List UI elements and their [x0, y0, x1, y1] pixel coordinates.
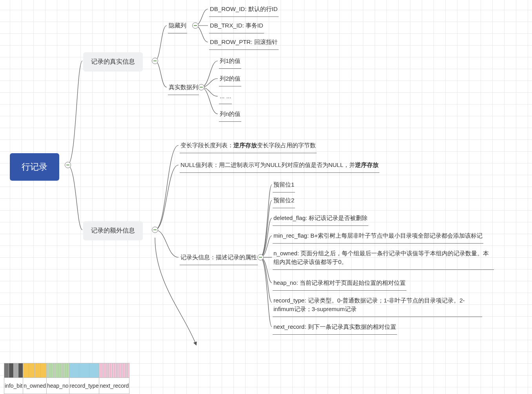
- bit-cell: [18, 363, 23, 378]
- toggle-icon[interactable]: [152, 227, 158, 233]
- leaf: ... ...: [219, 90, 232, 104]
- leaf: min_rec_flag: B+索引树上每层非叶子节点中最小目录项全部记录都会添…: [273, 229, 483, 244]
- leaf: DB_ROW_ID: 默认的行ID: [209, 2, 279, 17]
- node-real-info[interactable]: 记录的真实信息: [83, 52, 143, 71]
- bit-cell: [35, 363, 41, 378]
- node-record-header[interactable]: 记录头信息：描述记录的属性: [180, 251, 258, 265]
- bit-cell: [14, 363, 18, 378]
- bit-cell: [29, 363, 35, 378]
- node-extra-info[interactable]: 记录的额外信息: [83, 221, 143, 240]
- node-data-cols[interactable]: 真实数据列: [168, 81, 199, 95]
- bit-cell: [4, 363, 9, 378]
- leaf: 预留位1: [273, 178, 295, 192]
- label-next-record: next_record: [99, 378, 129, 394]
- toggle-icon[interactable]: [192, 22, 199, 29]
- leaf: next_record: 到下一条记录真实数据的相对位置: [273, 320, 397, 335]
- leaf: DB_ROW_PTR: 回滚指针: [209, 35, 279, 50]
- node-hidden-cols[interactable]: 隐藏列: [168, 19, 187, 33]
- leaf: 列n的值: [219, 107, 241, 122]
- bit-cell: [79, 363, 89, 378]
- bit-cell: [23, 363, 29, 378]
- toggle-icon[interactable]: [65, 162, 71, 168]
- label-record-type: record_type: [69, 378, 99, 394]
- bit-cell: [128, 363, 129, 378]
- label-n-owned: n_owned: [23, 378, 47, 394]
- toggle-icon[interactable]: [257, 254, 264, 260]
- leaf: record_type: 记录类型。0-普通数据记录；1-非叶子节点的目录项记录…: [273, 294, 482, 317]
- leaf: 列2的值: [219, 72, 241, 86]
- label-heap-no: heap_no: [46, 378, 69, 394]
- leaf: 预留位2: [273, 194, 295, 208]
- leaf: 列1的值: [219, 54, 241, 69]
- toggle-icon[interactable]: [198, 84, 204, 90]
- leaf: heap_no: 当前记录相对于页面起始位置的相对位置: [273, 276, 406, 291]
- toggle-icon[interactable]: [152, 58, 158, 64]
- leaf-nulllist: NULL值列表：用二进制表示可为NULL列对应的值是否为NULL，并逆序存放: [180, 158, 379, 173]
- label-info-bit: info_bit: [4, 378, 23, 394]
- bit-cell: [9, 363, 14, 378]
- leaf: n_owned: 页面分组之后，每个组最后一条行记录中该值等于本组内的记录数量。…: [273, 247, 494, 270]
- root-node[interactable]: 行记录: [10, 153, 59, 181]
- bit-cell: [89, 363, 99, 378]
- leaf: deleted_flag: 标记该记录是否被删除: [273, 211, 368, 226]
- bit-cell: [69, 363, 79, 378]
- leaf: DB_TRX_ID: 事务ID: [209, 19, 264, 33]
- bit-cell: [41, 363, 47, 378]
- bit-layout-table: info_bit n_owned heap_no record_type nex…: [4, 363, 129, 394]
- leaf-varlen: 变长字段长度列表：逆序存放变长字段占用的字节数: [180, 139, 317, 153]
